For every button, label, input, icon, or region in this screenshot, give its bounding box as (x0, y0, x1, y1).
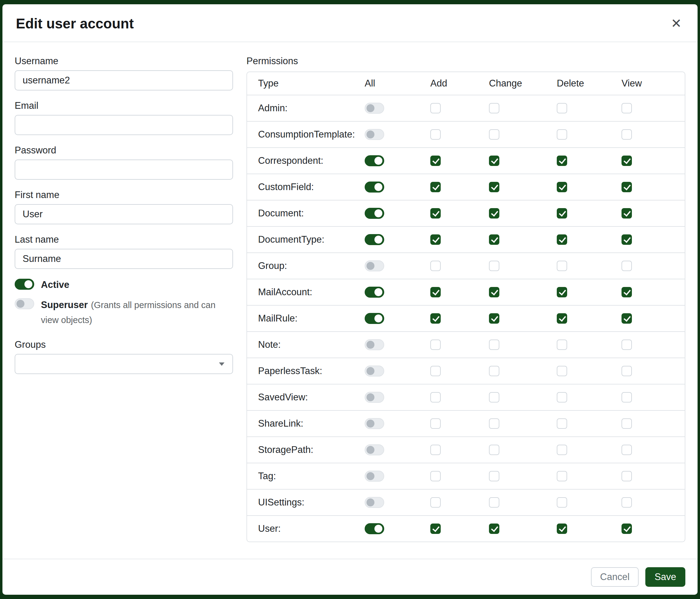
permission-view-checkbox[interactable] (622, 103, 632, 113)
permission-delete-checkbox[interactable] (557, 418, 567, 429)
permission-add-checkbox[interactable] (430, 339, 441, 350)
permission-add-checkbox[interactable] (430, 129, 441, 140)
permission-all-toggle[interactable] (365, 339, 384, 350)
email-input[interactable] (15, 115, 233, 135)
permission-change-checkbox[interactable] (489, 313, 499, 324)
permission-add-checkbox[interactable] (430, 182, 441, 192)
permission-delete-checkbox[interactable] (557, 129, 567, 140)
permission-change-checkbox[interactable] (489, 418, 499, 429)
permission-all-toggle[interactable] (365, 523, 384, 534)
permission-add-checkbox[interactable] (430, 313, 441, 324)
permission-view-checkbox[interactable] (622, 182, 632, 192)
permission-delete-checkbox[interactable] (557, 392, 567, 403)
permission-all-toggle[interactable] (365, 471, 384, 482)
permission-delete-checkbox[interactable] (557, 261, 567, 271)
permission-view-checkbox[interactable] (622, 234, 632, 245)
username-input[interactable] (15, 70, 233, 91)
permission-row: PaperlessTask: (247, 358, 685, 384)
superuser-toggle[interactable] (15, 298, 34, 309)
permission-view-checkbox[interactable] (622, 155, 632, 166)
permission-change-checkbox[interactable] (489, 445, 499, 455)
permission-view-checkbox[interactable] (622, 287, 632, 297)
cancel-button[interactable]: Cancel (591, 567, 639, 587)
permission-delete-checkbox[interactable] (557, 339, 567, 350)
permission-all-toggle[interactable] (365, 418, 384, 429)
permission-add-checkbox[interactable] (430, 524, 441, 534)
permission-all-toggle[interactable] (365, 234, 384, 245)
permission-delete-checkbox[interactable] (557, 155, 567, 166)
permission-all-toggle[interactable] (365, 313, 384, 324)
permission-delete-checkbox[interactable] (557, 445, 567, 455)
permission-add-checkbox[interactable] (430, 497, 441, 508)
permission-row: UISettings: (247, 489, 685, 515)
permission-add-checkbox[interactable] (430, 155, 441, 166)
permission-change-checkbox[interactable] (489, 208, 499, 218)
permission-delete-checkbox[interactable] (557, 524, 567, 534)
permission-view-checkbox[interactable] (622, 471, 632, 481)
permission-delete-checkbox[interactable] (557, 182, 567, 192)
permission-delete-checkbox[interactable] (557, 471, 567, 481)
permission-delete-checkbox[interactable] (557, 366, 567, 376)
permission-row: Admin: (247, 95, 685, 121)
permission-change-checkbox[interactable] (489, 471, 499, 481)
permission-change-checkbox[interactable] (489, 392, 499, 403)
permission-all-toggle[interactable] (365, 260, 384, 271)
permission-add-checkbox[interactable] (430, 471, 441, 481)
groups-select[interactable] (15, 354, 233, 374)
permission-change-checkbox[interactable] (489, 524, 499, 534)
permission-view-checkbox[interactable] (622, 339, 632, 350)
password-input[interactable] (15, 160, 233, 180)
permission-view-checkbox[interactable] (622, 392, 632, 403)
permission-add-checkbox[interactable] (430, 445, 441, 455)
permission-all-toggle[interactable] (365, 129, 384, 140)
permission-change-checkbox[interactable] (489, 366, 499, 376)
permission-all-toggle[interactable] (365, 392, 384, 403)
permission-view-checkbox[interactable] (622, 497, 632, 508)
permission-delete-checkbox[interactable] (557, 497, 567, 508)
first-name-input[interactable] (15, 204, 233, 224)
permission-all-toggle[interactable] (365, 155, 384, 166)
permission-view-checkbox[interactable] (622, 366, 632, 376)
active-toggle[interactable] (15, 279, 34, 290)
permission-add-checkbox[interactable] (430, 366, 441, 376)
last-name-input[interactable] (15, 249, 233, 269)
permission-all-toggle[interactable] (365, 208, 384, 219)
permission-delete-checkbox[interactable] (557, 313, 567, 324)
permission-change-checkbox[interactable] (489, 155, 499, 166)
permission-add-checkbox[interactable] (430, 103, 441, 113)
permission-change-checkbox[interactable] (489, 103, 499, 113)
permission-view-checkbox[interactable] (622, 418, 632, 429)
permission-view-checkbox[interactable] (622, 261, 632, 271)
permission-view-checkbox[interactable] (622, 129, 632, 140)
permission-change-checkbox[interactable] (489, 287, 499, 297)
close-button[interactable]: ✕ (669, 15, 684, 32)
permission-row: CustomField: (247, 174, 685, 200)
permission-add-checkbox[interactable] (430, 261, 441, 271)
permission-view-checkbox[interactable] (622, 313, 632, 324)
permission-all-toggle[interactable] (365, 365, 384, 377)
permission-add-checkbox[interactable] (430, 287, 441, 297)
permission-change-checkbox[interactable] (489, 234, 499, 245)
permission-all-toggle[interactable] (365, 103, 384, 114)
permission-delete-checkbox[interactable] (557, 234, 567, 245)
save-button[interactable]: Save (645, 567, 685, 587)
permission-add-checkbox[interactable] (430, 392, 441, 403)
permission-change-checkbox[interactable] (489, 261, 499, 271)
permission-change-checkbox[interactable] (489, 497, 499, 508)
permission-add-checkbox[interactable] (430, 418, 441, 429)
permission-delete-checkbox[interactable] (557, 103, 567, 113)
permission-view-checkbox[interactable] (622, 524, 632, 534)
permission-change-checkbox[interactable] (489, 339, 499, 350)
permission-all-toggle[interactable] (365, 497, 384, 508)
permission-delete-checkbox[interactable] (557, 208, 567, 218)
permission-delete-checkbox[interactable] (557, 287, 567, 297)
permission-add-checkbox[interactable] (430, 208, 441, 218)
permission-view-checkbox[interactable] (622, 445, 632, 455)
permission-all-toggle[interactable] (365, 287, 384, 298)
permission-all-toggle[interactable] (365, 182, 384, 193)
permission-change-checkbox[interactable] (489, 129, 499, 140)
permission-all-toggle[interactable] (365, 445, 384, 455)
permission-change-checkbox[interactable] (489, 182, 499, 192)
permission-view-checkbox[interactable] (622, 208, 632, 218)
permission-add-checkbox[interactable] (430, 234, 441, 245)
